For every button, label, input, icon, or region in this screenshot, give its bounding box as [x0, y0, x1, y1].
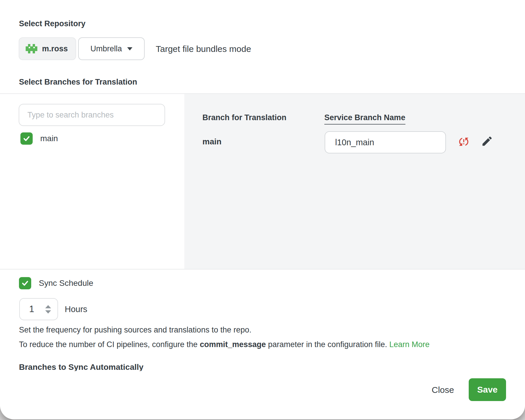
table-row-branch-name: main — [202, 137, 221, 146]
learn-more-link[interactable]: Learn More — [389, 340, 430, 349]
branch-checkbox-checked[interactable] — [20, 132, 33, 145]
column-header-service-branch[interactable]: Service Branch Name — [324, 113, 405, 125]
sync-schedule-toggle[interactable]: Sync Schedule — [19, 277, 93, 289]
interval-value: 1 — [29, 304, 34, 314]
interval-unit-label: Hours — [65, 304, 87, 314]
repo-settings-modal: Select Repository m.ross Umbrella Target… — [0, 0, 525, 419]
ci-hint-prefix: To reduce the number of CI pipelines, co… — [19, 340, 200, 349]
column-header-branch: Branch for Translation — [202, 113, 286, 122]
ci-hint-text: To reduce the number of CI pipelines, co… — [19, 340, 430, 349]
stepper-down-icon[interactable] — [45, 310, 51, 314]
select-repository-title: Select Repository — [19, 19, 85, 28]
sync-schedule-label: Sync Schedule — [39, 279, 93, 288]
stepper-up-icon[interactable] — [45, 305, 51, 308]
repo-identicon-icon — [26, 44, 37, 54]
sync-problem-icon[interactable] — [457, 135, 470, 148]
section-divider — [0, 269, 525, 270]
repository-button[interactable]: m.ross — [19, 37, 76, 60]
close-button[interactable]: Close — [424, 382, 461, 398]
frequency-hint-text: Set the frequency for pushing sources an… — [19, 326, 251, 335]
select-branches-title: Select Branches for Translation — [19, 78, 137, 87]
sync-schedule-checkbox-checked[interactable] — [19, 277, 31, 289]
stepper-arrows-icon[interactable] — [45, 305, 51, 314]
branch-search-input[interactable] — [19, 104, 165, 126]
chevron-down-icon — [127, 47, 132, 50]
project-dropdown[interactable]: Umbrella — [78, 37, 145, 60]
ci-hint-suffix: parameter in the configuration file. — [266, 340, 389, 349]
branches-auto-sync-title: Branches to Sync Automatically — [19, 362, 144, 371]
service-branch-input[interactable] — [325, 131, 446, 153]
project-dropdown-value: Umbrella — [90, 44, 122, 53]
interval-stepper[interactable]: 1 — [19, 298, 58, 320]
branch-label: main — [40, 134, 58, 143]
repository-name: m.ross — [42, 44, 68, 53]
edit-pencil-icon[interactable] — [481, 135, 494, 148]
ci-hint-param: commit_message — [200, 340, 266, 349]
save-button[interactable]: Save — [469, 378, 506, 401]
target-mode-label: Target file bundles mode — [156, 44, 251, 54]
branch-list-item-main[interactable]: main — [20, 132, 58, 145]
